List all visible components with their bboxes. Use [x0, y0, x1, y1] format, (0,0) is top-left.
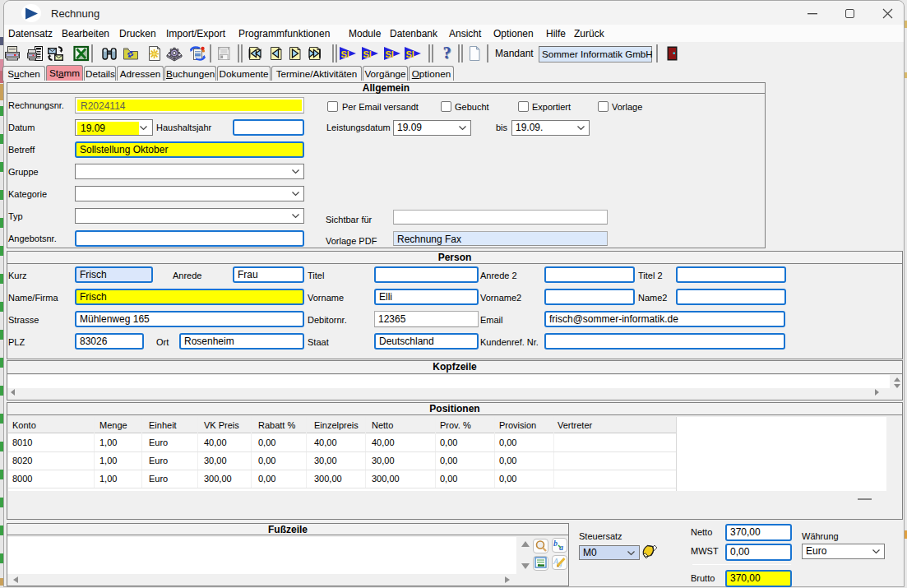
- svg-text:SI: SI: [341, 49, 349, 59]
- svg-text:SI: SI: [363, 49, 372, 59]
- svg-text:SI: SI: [406, 49, 414, 59]
- svg-text:?: ?: [443, 45, 451, 62]
- svg-text:SI: SI: [386, 49, 394, 59]
- svg-text:b: b: [553, 539, 558, 548]
